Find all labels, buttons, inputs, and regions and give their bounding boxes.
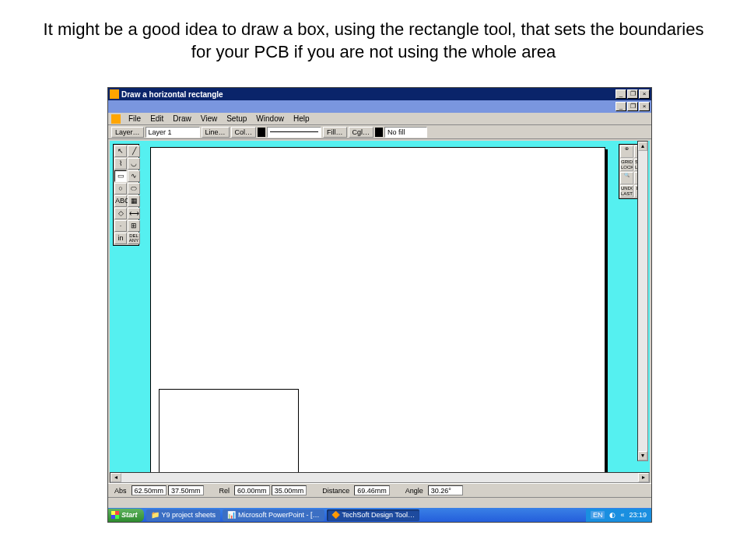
drawn-rectangle[interactable] bbox=[159, 389, 299, 474]
menu-file[interactable]: File bbox=[124, 114, 145, 123]
resize-bar bbox=[108, 497, 651, 508]
arc-tool[interactable]: ◡ bbox=[128, 158, 140, 170]
rel-y-value: 35.00mm bbox=[272, 485, 307, 495]
scroll-down-button[interactable]: ▾ bbox=[638, 451, 647, 460]
workspace: ↖ ╱ ⌇ ◡ ▭ ∿ ○ ⬭ ABC ▦ ◇ ⟷ · ⊞ in DEL ANY… bbox=[108, 141, 651, 483]
menu-edit[interactable]: Edit bbox=[146, 114, 167, 123]
menu-setup[interactable]: Setup bbox=[223, 114, 251, 123]
vscroll-track[interactable] bbox=[638, 151, 647, 451]
ellipse-tool[interactable]: ⬭ bbox=[128, 183, 140, 194]
grid-lock-button[interactable]: GRID LOCK bbox=[620, 159, 633, 171]
abs-label: Abs bbox=[111, 487, 130, 495]
abs-y-value: 37.50mm bbox=[168, 485, 204, 495]
property-toolbar: Layer… Layer 1 Line… Col… Fill… Cgl… No … bbox=[108, 125, 651, 139]
distance-label: Distance bbox=[319, 487, 352, 495]
abs-x-value: 62.50mm bbox=[132, 485, 167, 495]
curve-tool[interactable]: ∿ bbox=[128, 170, 140, 182]
hscroll-track[interactable] bbox=[121, 473, 638, 482]
child-titlebar: _ ❐ × bbox=[108, 100, 651, 113]
line-tool[interactable]: ╱ bbox=[128, 145, 140, 157]
distance-value: 69.46mm bbox=[354, 485, 390, 495]
scroll-right-button[interactable]: ▸ bbox=[638, 473, 649, 482]
shape1-tool[interactable]: ◇ bbox=[114, 208, 127, 219]
rel-x-value: 60.00mm bbox=[234, 485, 270, 495]
child-minimize-button[interactable]: _ bbox=[615, 102, 626, 111]
menu-draw[interactable]: Draw bbox=[169, 114, 195, 123]
rectangle-tool[interactable]: ▭ bbox=[114, 170, 127, 182]
task-powerpoint-label: Microsoft PowerPoint - [… bbox=[238, 511, 320, 519]
rel-label: Rel bbox=[216, 487, 233, 495]
system-tray: EN ◐ « 23:19 bbox=[586, 509, 651, 522]
clock: 23:19 bbox=[629, 511, 647, 519]
color-button[interactable]: Col… bbox=[231, 127, 257, 138]
select-tool[interactable]: ↖ bbox=[114, 145, 127, 157]
titlebar: Draw a horizontal rectangle _ ❐ × bbox=[108, 88, 651, 100]
vertical-scrollbar[interactable]: ▴ ▾ bbox=[637, 141, 648, 461]
hatch-tool[interactable]: ▦ bbox=[128, 195, 140, 207]
task-folder[interactable]: 📁 Y9 project sheets bbox=[146, 509, 221, 521]
tray-chevron-icon[interactable]: « bbox=[620, 511, 624, 519]
child-maximize-button[interactable]: ❐ bbox=[627, 102, 638, 111]
slide-title: It might be a good idea to draw a box, u… bbox=[0, 0, 747, 72]
folder-icon: 📁 bbox=[151, 511, 160, 519]
task-techsoft[interactable]: 🔶 TechSoft Design Tool… bbox=[327, 509, 419, 521]
pan-tool[interactable]: ⊕ bbox=[620, 145, 633, 158]
task-powerpoint[interactable]: 📊 Microsoft PowerPoint - [… bbox=[223, 509, 324, 521]
canvas-area: ↖ ╱ ⌇ ◡ ▭ ∿ ○ ⬭ ABC ▦ ◇ ⟷ · ⊞ in DEL ANY… bbox=[110, 141, 650, 472]
angle-value: 30.26° bbox=[428, 485, 463, 495]
point-tool[interactable]: · bbox=[114, 220, 127, 232]
fill-value-field[interactable]: No fill bbox=[384, 127, 427, 138]
line-color-swatch[interactable] bbox=[258, 128, 265, 137]
angle-label: Angle bbox=[402, 487, 426, 495]
menubar: File Edit Draw View Setup Window Help bbox=[108, 113, 651, 125]
app-icon bbox=[110, 89, 119, 99]
start-button[interactable]: Start bbox=[108, 509, 144, 522]
cgl-button[interactable]: Cgl… bbox=[349, 127, 374, 138]
windows-icon bbox=[111, 511, 119, 519]
scroll-up-button[interactable]: ▴ bbox=[638, 142, 647, 151]
menu-app-icon bbox=[111, 114, 121, 124]
undo-button[interactable]: UNDO LAST bbox=[620, 185, 633, 198]
zoom-out-button[interactable]: 🔍 bbox=[620, 172, 633, 184]
scroll-left-button[interactable]: ◂ bbox=[110, 473, 121, 482]
measure-tool[interactable]: in bbox=[114, 233, 127, 244]
menu-help[interactable]: Help bbox=[289, 114, 314, 123]
fill-button[interactable]: Fill… bbox=[323, 127, 347, 138]
status-bar: Abs 62.50mm 37.50mm Rel 60.00mm 35.00mm … bbox=[108, 483, 651, 497]
minimize-button[interactable]: _ bbox=[615, 89, 626, 99]
menu-view[interactable]: View bbox=[197, 114, 222, 123]
layer-field[interactable]: Layer 1 bbox=[146, 127, 200, 138]
language-indicator[interactable]: EN bbox=[591, 511, 605, 519]
text-tool[interactable]: ABC bbox=[114, 195, 127, 207]
dimension-tool[interactable]: ⟷ bbox=[128, 208, 140, 219]
task-folder-label: Y9 project sheets bbox=[162, 511, 216, 519]
tray-icon[interactable]: ◐ bbox=[609, 511, 615, 519]
component-tool[interactable]: ⊞ bbox=[128, 220, 140, 232]
delete-any-tool[interactable]: DEL ANY bbox=[128, 233, 140, 244]
powerpoint-icon: 📊 bbox=[227, 511, 236, 519]
line-button[interactable]: Line… bbox=[202, 127, 230, 138]
close-button[interactable]: × bbox=[639, 89, 650, 99]
app-window: Draw a horizontal rectangle _ ❐ × _ ❐ × … bbox=[107, 87, 652, 523]
task-techsoft-label: TechSoft Design Tool… bbox=[342, 511, 415, 519]
maximize-button[interactable]: ❐ bbox=[627, 89, 638, 99]
taskbar: Start 📁 Y9 project sheets 📊 Microsoft Po… bbox=[108, 508, 651, 522]
fill-color-swatch[interactable] bbox=[375, 128, 383, 137]
child-close-button[interactable]: × bbox=[639, 102, 650, 111]
line-style-field[interactable] bbox=[267, 127, 321, 138]
techsoft-icon: 🔶 bbox=[331, 511, 340, 519]
polyline-tool[interactable]: ⌇ bbox=[114, 158, 127, 170]
tool-palette: ↖ ╱ ⌇ ◡ ▭ ∿ ○ ⬭ ABC ▦ ◇ ⟷ · ⊞ in DEL ANY bbox=[113, 144, 139, 246]
start-label: Start bbox=[121, 511, 138, 519]
window-title: Draw a horizontal rectangle bbox=[121, 90, 615, 99]
circle-tool[interactable]: ○ bbox=[114, 183, 127, 194]
menu-window[interactable]: Window bbox=[252, 114, 288, 123]
horizontal-scrollbar[interactable]: ◂ ▸ bbox=[110, 472, 650, 483]
drawing-page[interactable] bbox=[150, 147, 605, 481]
layer-button[interactable]: Layer… bbox=[111, 127, 144, 138]
